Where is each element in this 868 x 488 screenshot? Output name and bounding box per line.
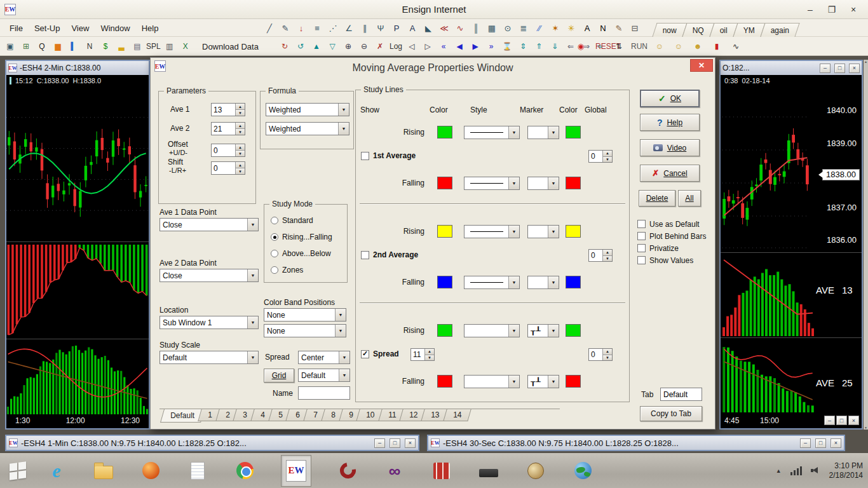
falling-color-swatch[interactable] <box>437 276 452 288</box>
rising-marker-select[interactable]: ▼ <box>527 225 559 238</box>
gann-angle-tool-icon[interactable]: ∠ <box>341 20 356 36</box>
falling-marker-select[interactable]: ┰┸▼ <box>527 375 559 388</box>
scroll-down-icon[interactable]: ▽ <box>325 39 340 54</box>
minimize-button[interactable]: – <box>820 64 831 73</box>
sad-face-icon[interactable]: ☻ <box>690 39 705 54</box>
red-swirl-app-icon[interactable] <box>337 457 358 485</box>
color-band1-select[interactable]: None▼ <box>264 308 346 322</box>
quote-board-icon[interactable]: Q <box>34 39 50 54</box>
menu-item[interactable]: Help <box>136 19 165 37</box>
minimized-window-30sec[interactable]: EW -ESH4 30-Sec C:1838.00 N:9.75 H:1840.… <box>427 435 845 451</box>
chart-window-2min[interactable]: EW -ESH4 2-Min C:1838.00 15:12 C:1838.00… <box>5 60 150 430</box>
chrome-icon[interactable] <box>234 457 255 485</box>
ave1-data-point-select[interactable]: Close▼ <box>159 218 259 231</box>
alarm-icon[interactable]: ◉ <box>573 39 588 54</box>
grid-page-icon[interactable]: ▤ <box>130 39 145 54</box>
spread-global-spinner[interactable]: 0▲▼ <box>588 348 613 361</box>
falling-global-color-swatch[interactable] <box>566 177 581 189</box>
spread-select[interactable]: Center▼ <box>298 351 350 364</box>
close-button[interactable]: × <box>848 416 859 425</box>
restore-button[interactable]: □ <box>815 438 826 448</box>
dialog-close-button[interactable]: ✕ <box>690 59 713 72</box>
cancel-button[interactable]: ✗Cancel <box>640 165 700 182</box>
yellow-chart-icon[interactable]: ▃ <box>114 39 129 54</box>
rising-global-color-swatch[interactable] <box>566 225 581 238</box>
help-button[interactable]: ?Help <box>640 114 700 131</box>
menu-item[interactable]: File <box>4 19 29 37</box>
clock[interactable]: 3:10 PM 2/18/2014 <box>829 461 863 480</box>
neutral-face-icon[interactable]: ☺ <box>671 39 686 54</box>
wave-tool-icon[interactable]: ≪ <box>437 20 452 36</box>
visual-studio-icon[interactable]: ∞ <box>384 457 405 485</box>
dollar-icon[interactable]: $ <box>98 39 113 54</box>
run-label[interactable]: RUN <box>630 39 648 54</box>
all-button[interactable]: All <box>678 190 701 207</box>
marker-icon[interactable]: ▮ <box>709 39 724 54</box>
bug-tool-icon[interactable]: ✶ <box>548 20 563 36</box>
replay-icon[interactable]: ⇅ <box>611 39 627 54</box>
shift-up-icon[interactable]: ⇑ <box>531 39 546 54</box>
hidden-icons-button[interactable]: ▲ <box>776 468 782 474</box>
1st-average-global-spinner[interactable]: 0▲▼ <box>588 150 613 163</box>
chart-window-right[interactable]: O:182... – □ × 0:38 02-18-14 1840.00 183… <box>719 60 863 430</box>
restore-button[interactable]: □ <box>836 416 847 425</box>
rising-marker-select[interactable]: ▼ <box>527 126 559 139</box>
file-explorer-icon[interactable] <box>93 457 114 485</box>
2nd-average-global-spinner[interactable]: 0▲▼ <box>588 249 613 262</box>
rising-global-color-swatch[interactable] <box>566 126 581 139</box>
fib-fan-tool-icon[interactable]: ⋰ <box>325 20 341 36</box>
pencil-tool-icon[interactable]: ✎ <box>611 20 627 36</box>
rising-style-select[interactable]: ▼ <box>464 126 520 139</box>
refresh-icon[interactable]: ↻ <box>277 39 292 54</box>
rising-color-swatch[interactable] <box>437 126 452 139</box>
excel-export-icon[interactable]: X <box>178 39 193 54</box>
rising-style-select[interactable]: ▼ <box>464 324 520 337</box>
gold-coin-app-icon[interactable] <box>525 457 546 485</box>
rising-marker-select[interactable]: ┰┸▼ <box>527 324 559 337</box>
dialog-tab[interactable]: 14 <box>443 409 471 421</box>
option-checkbox-row[interactable]: Privatize <box>637 242 706 254</box>
restore-button[interactable]: □ <box>390 438 400 448</box>
download-data-button[interactable]: Download Data <box>202 37 259 56</box>
ensign-taskbar-icon[interactable]: EW <box>281 455 311 487</box>
color-band2-select[interactable]: None▼ <box>264 324 346 337</box>
news-icon[interactable]: N <box>82 39 97 54</box>
volume-icon[interactable] <box>811 466 820 475</box>
falling-style-select[interactable]: ▼ <box>464 375 520 388</box>
falling-style-select[interactable]: ▼ <box>464 177 520 190</box>
name-input[interactable] <box>298 386 350 400</box>
copy-to-tab-button[interactable]: Copy to Tab <box>640 406 702 421</box>
compress-icon[interactable]: ⇕ <box>515 39 531 54</box>
falling-global-color-swatch[interactable] <box>566 276 581 288</box>
happy-face-icon[interactable]: ☺ <box>652 39 667 54</box>
menu-item[interactable]: Set-Up <box>29 19 65 37</box>
close-button[interactable]: × <box>843 0 864 19</box>
menu-item[interactable]: Window <box>95 19 135 37</box>
delete-bar-icon[interactable]: ✗ <box>372 39 388 54</box>
close-button[interactable]: × <box>831 438 841 448</box>
price-label-tool-icon[interactable]: P <box>389 20 404 36</box>
flower-tool-icon[interactable]: ✳ <box>564 20 579 36</box>
grid-tool-icon[interactable]: ▦ <box>484 20 499 36</box>
line-tool-icon[interactable]: ╱ <box>262 20 277 36</box>
ave1-spinner[interactable]: 13▲▼ <box>211 103 245 116</box>
study-scale-select[interactable]: Default▼ <box>159 351 259 364</box>
video-button[interactable]: Video <box>640 139 700 156</box>
pitchfork-tool-icon[interactable]: Ψ <box>373 20 388 36</box>
minimize-button[interactable]: – <box>800 438 811 448</box>
zigzag-tool-icon[interactable]: ∿ <box>452 20 468 36</box>
rising-global-color-swatch[interactable] <box>566 324 581 337</box>
external-device-icon[interactable] <box>478 457 499 485</box>
workspace-icon[interactable]: ▣ <box>3 39 18 54</box>
falling-style-select[interactable]: ▼ <box>464 276 520 289</box>
1st-average-checkbox[interactable] <box>361 152 369 160</box>
world-browser-icon[interactable] <box>572 457 593 485</box>
minimize-button[interactable]: – <box>799 0 821 19</box>
ellipse-tool-icon[interactable]: ⊙ <box>500 20 515 36</box>
bar-chart-icon[interactable]: ▆ <box>50 39 65 54</box>
start-button[interactable] <box>0 453 36 488</box>
minimize-button[interactable]: – <box>824 416 835 425</box>
minimize-button[interactable]: – <box>374 438 385 448</box>
step-forward-icon[interactable]: ▶ <box>468 39 483 54</box>
rising-color-swatch[interactable] <box>437 225 452 238</box>
